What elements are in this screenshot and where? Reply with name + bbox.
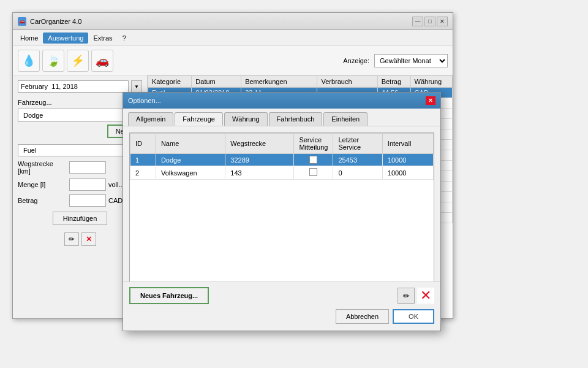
modal-footer-buttons: Abbrechen OK (129, 309, 434, 324)
modal-cell-wegstrecke: 143 (225, 166, 294, 180)
modal-bottom-top: Neues Fahrzeug... ✏ ✕ (129, 287, 434, 304)
tab-wahrung[interactable]: Währung (224, 112, 268, 126)
checkbox-unchecked (309, 168, 317, 176)
tab-allgemein[interactable]: Allgemein (128, 112, 173, 126)
modal-col-intervall: Intervall (382, 134, 433, 154)
abbrechen-button[interactable]: Abbrechen (336, 309, 389, 324)
delete-icon: ✕ (420, 289, 431, 302)
modal-cell-intervall: 10000 (382, 166, 433, 180)
modal-cell-name: Volkswagen (156, 166, 225, 180)
modal-cell-wegstrecke: 32289 (225, 154, 294, 166)
modal-cell-intervall: 10000 (382, 154, 433, 166)
modal-bottom: Neues Fahrzeug... ✏ ✕ Abbrechen OK (123, 282, 440, 331)
modal-col-wegstrecke: Wegstrecke (225, 134, 294, 154)
modal-delete-button[interactable]: ✕ (417, 288, 434, 304)
modal-cell-letzter-service: 0 (333, 166, 382, 180)
modal-dialog: Optionen... ✕ Allgemein Fahrzeuge Währun… (123, 92, 441, 331)
modal-col-id: ID (130, 134, 156, 154)
modal-edit-button[interactable]: ✏ (398, 288, 415, 304)
modal-title-bar: Optionen... ✕ (123, 93, 440, 109)
modal-cell-name: Dodge (156, 154, 225, 166)
ok-button[interactable]: OK (393, 309, 434, 324)
modal-cell-letzter-service: 25453 (333, 154, 382, 166)
modal-cell-id: 2 (130, 166, 156, 180)
tab-einheiten[interactable]: Einheiten (323, 112, 368, 126)
modal-overlay: Optionen... ✕ Allgemein Fahrzeuge Währun… (0, 0, 588, 368)
tab-fahrtenbuch[interactable]: Fahrtenbuch (269, 112, 323, 126)
modal-close-button[interactable]: ✕ (426, 96, 435, 105)
checkbox-checked: ✓ (309, 156, 317, 164)
modal-col-service-mitteilung: ServiceMitteilung (294, 134, 333, 154)
modal-col-letzter-service: LetzterService (333, 134, 382, 154)
modal-action-buttons: ✏ ✕ (398, 288, 434, 304)
modal-table-row[interactable]: 1 Dodge 32289 ✓ 25453 10000 (130, 154, 434, 166)
tab-fahrzeuge[interactable]: Fahrzeuge (175, 112, 223, 126)
modal-col-name: Name (156, 134, 225, 154)
modal-cell-service-mitteilung: ✓ (294, 154, 333, 166)
modal-title: Optionen... (128, 97, 161, 104)
modal-cell-id: 1 (130, 154, 156, 166)
modal-table-container: ID Name Wegstrecke ServiceMitteilung Let… (129, 132, 434, 297)
modal-table-row[interactable]: 2 Volkswagen 143 0 10000 (130, 166, 434, 180)
modal-cell-service-mitteilung (294, 166, 333, 180)
modal-tabs: Allgemein Fahrzeuge Währung Fahrtenbuch … (123, 109, 440, 126)
modal-table: ID Name Wegstrecke ServiceMitteilung Let… (130, 133, 434, 180)
neues-fahrzeug-button[interactable]: Neues Fahrzeug... (129, 287, 209, 304)
